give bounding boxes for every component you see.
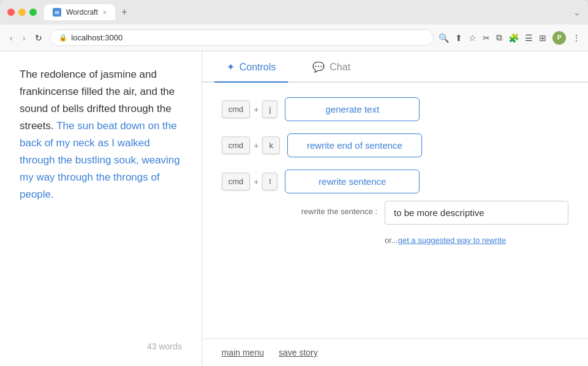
copy-icon[interactable]: ⧉ xyxy=(496,32,502,43)
l-key: l xyxy=(262,173,277,190)
shortcut-row-rewrite-end: cmd + k rewrite end of sentence xyxy=(222,133,568,157)
extensions-icon[interactable]: 🧩 xyxy=(508,33,519,43)
address-text: localhost:3000 xyxy=(71,33,123,42)
cmd-key-rewrite-sentence: cmd xyxy=(222,173,251,190)
rewrite-input-row: rewrite the sentence : or...get a sugges… xyxy=(222,201,568,245)
tab-controls[interactable]: ✦ Controls xyxy=(214,51,288,83)
shortcut-combo-rewrite-sentence: cmd + l xyxy=(222,173,278,190)
main-menu-link[interactable]: main menu xyxy=(222,348,264,357)
active-tab[interactable]: W Wordcraft × xyxy=(44,4,115,20)
share-icon[interactable]: ⬆ xyxy=(455,33,462,43)
shortcut-combo-rewrite-end: cmd + k xyxy=(222,136,280,154)
reading-icon[interactable]: ☰ xyxy=(525,33,533,43)
main-content: The redolence of jasmine and frankincens… xyxy=(0,51,588,366)
save-story-link[interactable]: save story xyxy=(279,348,318,357)
controls-panel: ✦ Controls 💬 Chat cmd + j generat xyxy=(202,51,588,366)
rewrite-or-text: or...get a suggested way to rewrite xyxy=(385,236,568,245)
bookmark-icon[interactable]: ☆ xyxy=(469,33,477,43)
window-expand-icon[interactable]: ⌄ xyxy=(573,7,581,17)
browser-window: W Wordcraft × + ⌄ ‹ › ↻ 🔒 localhost:3000… xyxy=(0,0,588,366)
plus-generate: + xyxy=(254,105,258,114)
tab-controls-label: Controls xyxy=(239,62,276,73)
rewrite-sentence-button[interactable]: rewrite sentence xyxy=(285,170,420,193)
address-input[interactable]: 🔒 localhost:3000 xyxy=(50,29,434,46)
controls-content: cmd + j generate text cmd + k rewrite en… xyxy=(202,83,588,338)
shortcut-row-rewrite-sentence: cmd + l rewrite sentence xyxy=(222,170,568,193)
editor-text[interactable]: The redolence of jasmine and frankincens… xyxy=(20,66,182,332)
shortcut-combo-generate: cmd + j xyxy=(222,100,278,118)
lock-icon: 🔒 xyxy=(59,34,67,42)
cut-icon[interactable]: ✂ xyxy=(483,33,490,43)
bottom-bar: main menu save story xyxy=(202,338,588,366)
k-key: k xyxy=(262,136,280,154)
zoom-icon[interactable]: 🔍 xyxy=(439,33,449,43)
back-button[interactable]: ‹ xyxy=(7,31,15,45)
j-key: j xyxy=(262,100,277,118)
plus-rewrite-sentence: + xyxy=(254,177,258,187)
close-button[interactable] xyxy=(7,9,15,16)
word-count: 43 words xyxy=(20,342,182,351)
tab-favicon: W xyxy=(53,8,61,17)
rewrite-label-area: rewrite the sentence : xyxy=(301,201,377,216)
rewrite-input-area: or...get a suggested way to rewrite xyxy=(385,201,568,245)
shortcut-row-generate: cmd + j generate text xyxy=(222,97,568,121)
chat-icon: 💬 xyxy=(312,61,325,73)
toolbar-icons: 🔍 ⬆ ☆ ✂ ⧉ 🧩 ☰ ⊞ P ⋮ xyxy=(439,31,581,45)
title-bar: W Wordcraft × + ⌄ xyxy=(0,0,588,24)
cmd-key-generate: cmd xyxy=(222,100,251,118)
rewrite-sentence-input[interactable] xyxy=(385,201,568,225)
cmd-key-rewrite-end: cmd xyxy=(222,136,251,154)
suggested-rewrite-link[interactable]: get a suggested way to rewrite xyxy=(398,236,506,245)
more-options-icon[interactable]: ⋮ xyxy=(572,33,581,43)
rewrite-end-button[interactable]: rewrite end of sentence xyxy=(287,133,422,157)
tab-close-icon[interactable]: × xyxy=(103,9,107,16)
editor-panel: The redolence of jasmine and frankincens… xyxy=(0,51,202,366)
text-highlighted: The sun beat down on the back of my neck… xyxy=(20,120,180,200)
minimize-button[interactable] xyxy=(18,9,26,16)
sidebar-icon[interactable]: ⊞ xyxy=(539,33,546,43)
panel-tabs: ✦ Controls 💬 Chat xyxy=(202,51,588,83)
tab-title: Wordcraft xyxy=(66,8,98,17)
rewrite-label: rewrite the sentence : xyxy=(301,201,377,216)
address-bar: ‹ › ↻ 🔒 localhost:3000 🔍 ⬆ ☆ ✂ ⧉ 🧩 ☰ ⊞ P… xyxy=(0,24,588,51)
controls-sparkle-icon: ✦ xyxy=(227,61,235,73)
tab-chat-label: Chat xyxy=(330,62,350,73)
maximize-button[interactable] xyxy=(29,9,37,16)
generate-text-button[interactable]: generate text xyxy=(285,97,420,121)
profile-avatar[interactable]: P xyxy=(552,31,566,45)
tab-bar: W Wordcraft × + xyxy=(44,4,568,20)
traffic-lights xyxy=(7,9,37,16)
forward-button[interactable]: › xyxy=(20,31,28,45)
new-tab-button[interactable]: + xyxy=(118,7,130,18)
rewrite-sentence-section: cmd + l rewrite sentence rewrite the sen… xyxy=(222,170,568,245)
reload-button[interactable]: ↻ xyxy=(32,31,45,45)
tab-chat[interactable]: 💬 Chat xyxy=(300,51,363,83)
plus-rewrite-end: + xyxy=(254,141,258,151)
